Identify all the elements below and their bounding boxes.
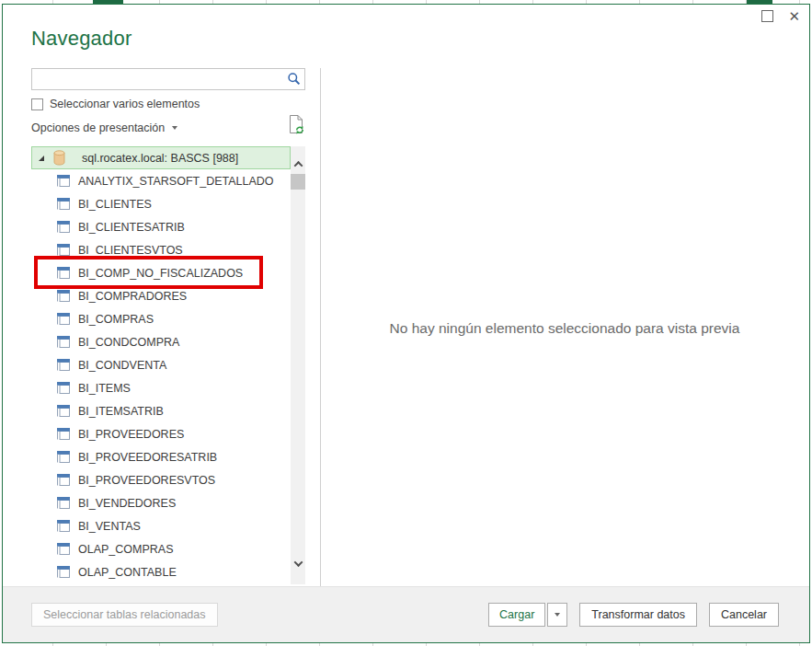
chevron-down-icon <box>172 126 177 130</box>
table-row-label: OLAP_COMPRAS <box>78 543 174 556</box>
scroll-up-arrow[interactable] <box>291 154 305 174</box>
load-split-button: Cargar <box>488 603 567 627</box>
footer-actions: Cargar Transformar datos Cancelar <box>488 603 779 627</box>
table-row-label: BI_CLIENTES <box>78 198 152 211</box>
page-title: Navegador <box>31 27 132 51</box>
maximize-icon[interactable] <box>761 10 773 22</box>
table-row[interactable]: BI_CONDCOMPRA <box>31 330 291 353</box>
table-icon <box>56 197 72 211</box>
database-icon <box>53 150 66 166</box>
table-icon <box>56 358 72 372</box>
table-row-label: ANALYTIX_STARSOFT_DETALLADO <box>78 175 274 188</box>
table-list: sql.rocatex.local: BASCS [988] ANALYTIX_… <box>31 146 291 583</box>
search-icon[interactable] <box>284 72 304 87</box>
table-row-label: BI_ITEMSATRIB <box>78 405 164 418</box>
table-icon <box>56 565 72 579</box>
table-row[interactable]: BI_VENDEDORES <box>31 491 291 514</box>
table-row-label: BI_PROVEEDORESATRIB <box>78 451 217 464</box>
table-row-label: OLAP_CONTABLE <box>78 566 177 579</box>
tree-root-label: sql.rocatex.local: BASCS [988] <box>82 152 238 165</box>
table-row-label: BI_COMPRADORES <box>78 290 187 303</box>
load-button[interactable]: Cargar <box>488 603 545 627</box>
display-options-dropdown[interactable]: Opciones de presentación <box>31 121 177 134</box>
table-row[interactable]: BI_COMP_NO_FISCALIZADOS <box>31 261 291 284</box>
table-row[interactable]: BI_CONDVENTA <box>31 353 291 376</box>
table-icon <box>56 220 72 234</box>
list-scrollbar[interactable] <box>291 146 305 584</box>
table-icon <box>56 519 72 533</box>
refresh-icon[interactable] <box>288 114 306 139</box>
scroll-thumb[interactable] <box>291 174 305 190</box>
tree-root-row[interactable]: sql.rocatex.local: BASCS [988] <box>31 146 291 169</box>
search-input[interactable] <box>32 69 284 89</box>
table-row[interactable]: BI_VENTAS <box>31 514 291 537</box>
table-row[interactable]: BI_PROVEEDORESATRIB <box>31 445 291 468</box>
table-row-label: BI_CLIENTESATRIB <box>78 221 185 234</box>
preview-empty-message: No hay ningún elemento seleccionado para… <box>390 320 740 337</box>
table-icon <box>56 381 72 395</box>
table-row[interactable]: BI_CLIENTESATRIB <box>31 215 291 238</box>
table-row-label: BI_PROVEEDORES <box>78 428 184 441</box>
multi-select-row: Seleccionar varios elementos <box>31 98 200 110</box>
table-row-label: BI_COMP_NO_FISCALIZADOS <box>78 267 243 280</box>
table-row[interactable]: OLAP_CONTABLE <box>31 560 291 583</box>
table-icon <box>56 243 72 257</box>
table-row[interactable]: BI_COMPRAS <box>31 307 291 330</box>
table-icon <box>56 496 72 510</box>
table-row[interactable]: BI_ITEMS <box>31 376 291 399</box>
load-dropdown-button[interactable] <box>547 603 567 627</box>
table-icon <box>56 473 72 487</box>
table-row[interactable]: BI_ITEMSATRIB <box>31 399 291 422</box>
table-row[interactable]: BI_CLIENTESVTOS <box>31 238 291 261</box>
multi-select-label: Seleccionar varios elementos <box>50 98 200 110</box>
table-row-label: BI_COMPRAS <box>78 313 154 326</box>
table-icon <box>56 335 72 349</box>
search-box <box>31 68 305 90</box>
table-row-label: BI_VENTAS <box>78 520 141 533</box>
table-icon <box>56 312 72 326</box>
screen: ✕ Navegador Seleccionar varios elementos… <box>0 0 812 646</box>
table-row-label: BI_ITEMS <box>78 382 131 395</box>
preview-pane: No hay ningún elemento seleccionado para… <box>321 68 808 588</box>
table-row[interactable]: BI_PROVEEDORES <box>31 422 291 445</box>
table-row[interactable]: BI_CLIENTES <box>31 192 291 215</box>
multi-select-checkbox[interactable] <box>31 98 43 110</box>
table-row-label: BI_CONDVENTA <box>78 359 166 372</box>
table-icon <box>56 404 72 418</box>
footer-bar: Seleccionar tablas relacionadas Cargar T… <box>3 586 809 642</box>
transform-data-button[interactable]: Transformar datos <box>579 603 697 627</box>
chevron-down-icon <box>555 613 560 617</box>
table-icon <box>56 266 72 280</box>
table-row-label: BI_PROVEEDORESVTOS <box>78 474 215 487</box>
scroll-down-arrow[interactable] <box>291 553 305 573</box>
table-row[interactable]: ANALYTIX_STARSOFT_DETALLADO <box>31 169 291 192</box>
display-options-label: Opciones de presentación <box>31 121 165 134</box>
table-icon <box>56 289 72 303</box>
table-row[interactable]: BI_COMPRADORES <box>31 284 291 307</box>
select-related-tables-button[interactable]: Seleccionar tablas relacionadas <box>31 603 218 627</box>
close-icon[interactable]: ✕ <box>786 9 802 23</box>
cancel-button[interactable]: Cancelar <box>709 603 779 627</box>
table-row-label: BI_CLIENTESVTOS <box>78 244 183 257</box>
table-row[interactable]: BI_PROVEEDORESVTOS <box>31 468 291 491</box>
table-icon <box>56 450 72 464</box>
table-icon <box>56 427 72 441</box>
table-row-label: BI_CONDCOMPRA <box>78 336 179 349</box>
navigator-dialog: ✕ Navegador Seleccionar varios elementos… <box>2 4 810 643</box>
window-controls: ✕ <box>761 9 802 23</box>
table-row-label: BI_VENDEDORES <box>78 497 176 510</box>
table-icon <box>56 542 72 556</box>
table-row[interactable]: OLAP_COMPRAS <box>31 537 291 560</box>
table-icon <box>56 174 72 188</box>
expand-arrow-icon[interactable] <box>37 154 47 163</box>
